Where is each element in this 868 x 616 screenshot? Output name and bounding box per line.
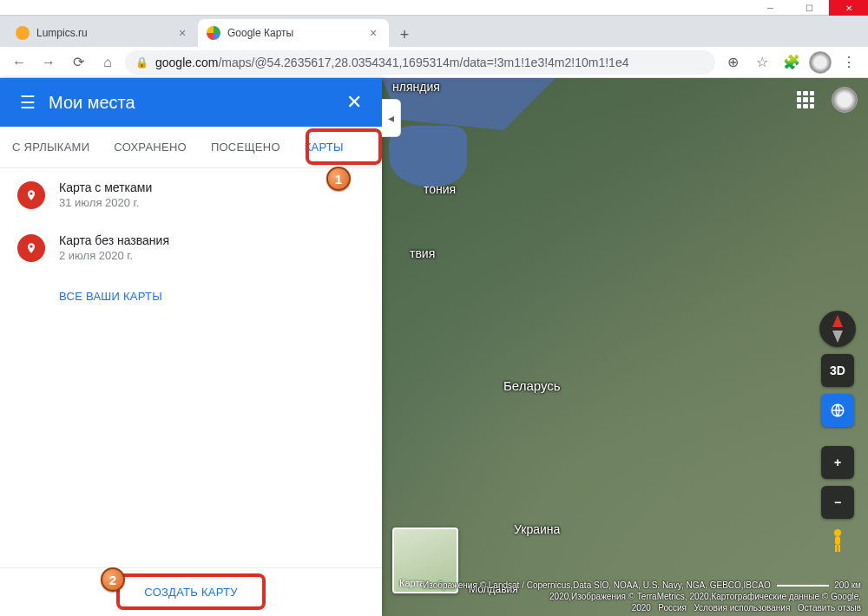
create-map-button[interactable]: СОЗДАТЬ КАРТУ	[144, 586, 237, 599]
window-maximize-button[interactable]: ☐	[790, 0, 829, 16]
back-button[interactable]: ←	[7, 50, 31, 75]
browser-tab-strip: Lumpics.ru × Google Карты × +	[0, 16, 868, 47]
callout-badge-2: 2	[101, 567, 125, 592]
browser-tab-lumpics[interactable]: Lumpics.ru ×	[7, 19, 198, 47]
url-text: google.com/maps/@54.2635617,28.0354341,1…	[155, 56, 628, 69]
scale-bar	[777, 585, 829, 587]
3d-toggle-button[interactable]: 3D	[821, 354, 854, 387]
panel-title: Мои места	[45, 93, 337, 113]
tab-visited[interactable]: ПОСЕЩЕНО	[199, 127, 293, 167]
zoom-indicator-icon[interactable]: ⊕	[720, 50, 745, 75]
map-row-date: 2 июля 2020 г.	[59, 249, 169, 262]
svg-rect-3	[835, 545, 838, 552]
panel-tabs: С ЯРЛЫКАМИ СОХРАНЕНО ПОСЕЩЕНО КАРТЫ	[0, 127, 382, 168]
address-bar[interactable]: 🔒 google.com/maps/@54.2635617,28.0354341…	[125, 50, 715, 75]
zoom-in-button[interactable]: +	[821, 446, 854, 479]
tab-labels[interactable]: С ЯРЛЫКАМИ	[0, 127, 102, 167]
map-label-ukraine: Украина	[514, 522, 560, 536]
compass-button[interactable]	[819, 311, 856, 347]
panel-body: Карта с метками 31 июля 2020 г. Карта бе…	[0, 168, 382, 567]
favicon-icon	[207, 26, 220, 40]
tab-saved[interactable]: СОХРАНЕНО	[102, 127, 199, 167]
panel-footer: СОЗДАТЬ КАРТУ	[0, 567, 382, 616]
globe-view-button[interactable]	[821, 394, 854, 427]
window-titlebar: ─ ☐ ✕	[0, 0, 868, 16]
map-row[interactable]: Карта с метками 31 июля 2020 г.	[0, 168, 382, 221]
attr-line2: 2020,Изображения © TerraMetrics, 2020,Ка…	[389, 591, 861, 602]
window-close-button[interactable]: ✕	[829, 0, 868, 16]
tab-close-icon[interactable]: ×	[175, 26, 189, 40]
attr-line1: Изображения © Landsat / Copernicus,Data …	[423, 580, 771, 590]
attr-feedback-link[interactable]: Оставить отзыв	[798, 603, 861, 613]
map-controls: 3D + −	[819, 311, 856, 555]
my-places-panel: ☰ Мои места ✕ С ЯРЛЫКАМИ СОХРАНЕНО ПОСЕЩ…	[0, 78, 382, 616]
panel-collapse-button[interactable]: ◂	[382, 99, 401, 137]
compass-needle-icon	[832, 331, 843, 343]
main-menu-button[interactable]: ☰	[10, 85, 45, 120]
svg-rect-2	[835, 536, 840, 545]
tab-maps[interactable]: КАРТЫ	[293, 127, 356, 167]
account-avatar[interactable]	[832, 87, 858, 113]
reload-button[interactable]: ⟳	[66, 50, 90, 75]
attr-country-link[interactable]: Россия	[658, 603, 687, 613]
attr-scale-value: 200 км	[834, 580, 861, 590]
top-right-controls	[797, 87, 858, 113]
attr-year: 2020	[632, 603, 651, 613]
globe-icon	[830, 403, 845, 418]
tab-close-icon[interactable]: ×	[366, 26, 380, 40]
panel-header: ☰ Мои места ✕	[0, 78, 382, 127]
pin-icon	[17, 181, 45, 209]
map-row-title: Карта без названия	[59, 233, 169, 247]
compass-needle-icon	[832, 315, 843, 327]
panel-close-button[interactable]: ✕	[337, 85, 372, 120]
svg-point-1	[834, 529, 841, 536]
google-apps-icon[interactable]	[797, 91, 814, 108]
lock-icon: 🔒	[135, 56, 148, 69]
map-label-finland: нляндия	[392, 80, 440, 94]
callout-badge-1: 1	[326, 167, 351, 191]
svg-rect-4	[838, 545, 841, 552]
window-minimize-button[interactable]: ─	[751, 0, 790, 16]
zoom-out-button[interactable]: −	[821, 486, 854, 519]
map-label-estonia: тония	[424, 182, 456, 196]
map-label-latvia: твия	[410, 246, 435, 260]
bookmark-star-icon[interactable]: ☆	[750, 50, 774, 75]
pegman-button[interactable]	[823, 526, 852, 555]
browser-toolbar: ← → ⟳ ⌂ 🔒 google.com/maps/@54.2635617,28…	[0, 47, 868, 78]
content-area: нляндия тония твия Беларусь Украина Молд…	[0, 78, 868, 616]
favicon-icon	[16, 26, 30, 40]
browser-tab-googlemaps[interactable]: Google Карты ×	[198, 19, 389, 47]
new-tab-button[interactable]: +	[392, 23, 417, 47]
map-label-belarus: Беларусь	[503, 378, 561, 393]
profile-avatar[interactable]	[809, 51, 832, 74]
pin-icon	[17, 234, 45, 262]
map-attribution: Изображения © Landsat / Copernicus,Data …	[382, 577, 868, 616]
pegman-icon	[826, 528, 849, 554]
browser-menu-button[interactable]: ⋮	[837, 50, 861, 75]
map-row-date: 31 июля 2020 г.	[59, 196, 152, 209]
extensions-icon[interactable]: 🧩	[779, 50, 804, 75]
attr-terms-link[interactable]: Условия использования	[694, 603, 790, 613]
tab-title: Lumpics.ru	[36, 27, 168, 39]
window-controls: ─ ☐ ✕	[751, 0, 868, 15]
home-button[interactable]: ⌂	[95, 50, 120, 75]
map-row[interactable]: Карта без названия 2 июля 2020 г.	[0, 221, 382, 274]
forward-button[interactable]: →	[36, 50, 61, 75]
tab-title: Google Карты	[227, 27, 359, 39]
map-row-title: Карта с метками	[59, 180, 152, 194]
all-maps-link[interactable]: ВСЕ ВАШИ КАРТЫ	[0, 274, 382, 318]
